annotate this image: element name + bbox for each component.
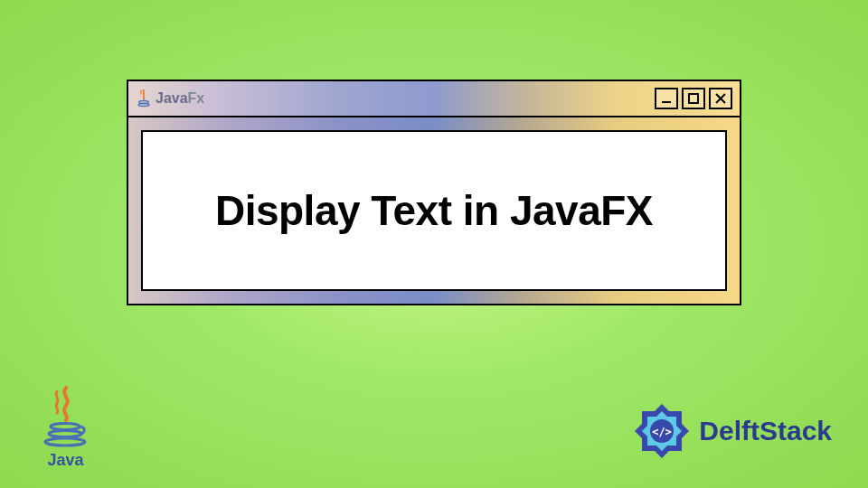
titlebar-left: JavaFx bbox=[136, 89, 204, 108]
java-cup-icon bbox=[41, 386, 90, 449]
svg-rect-3 bbox=[689, 94, 698, 103]
titlebar: JavaFx bbox=[128, 81, 740, 117]
java-icon bbox=[136, 89, 152, 108]
java-logo-label: Java bbox=[47, 451, 83, 470]
app-title: JavaFx bbox=[156, 90, 204, 107]
svg-text:</>: </> bbox=[652, 426, 672, 438]
window-body: Display Text in JavaFX bbox=[128, 117, 740, 304]
window-controls bbox=[655, 88, 732, 109]
close-icon bbox=[714, 92, 727, 105]
svg-point-6 bbox=[51, 424, 80, 430]
close-button[interactable] bbox=[709, 88, 732, 109]
maximize-button[interactable] bbox=[682, 88, 705, 109]
delftstack-label: DelftStack bbox=[699, 416, 832, 446]
delftstack-logo: </> DelftStack bbox=[630, 399, 832, 463]
heading-text: Display Text in JavaFX bbox=[215, 186, 653, 235]
application-window: JavaFx Display Text i bbox=[127, 80, 741, 305]
app-title-suffix: Fx bbox=[188, 90, 205, 106]
svg-point-8 bbox=[45, 438, 85, 446]
minimize-button[interactable] bbox=[655, 88, 678, 109]
svg-point-7 bbox=[49, 431, 81, 437]
maximize-icon bbox=[687, 92, 700, 105]
delftstack-icon: </> bbox=[630, 399, 693, 463]
svg-point-1 bbox=[138, 104, 149, 107]
app-title-main: Java bbox=[156, 90, 188, 106]
content-panel: Display Text in JavaFX bbox=[141, 130, 727, 291]
minimize-icon bbox=[660, 92, 673, 105]
java-logo: Java bbox=[41, 386, 90, 470]
